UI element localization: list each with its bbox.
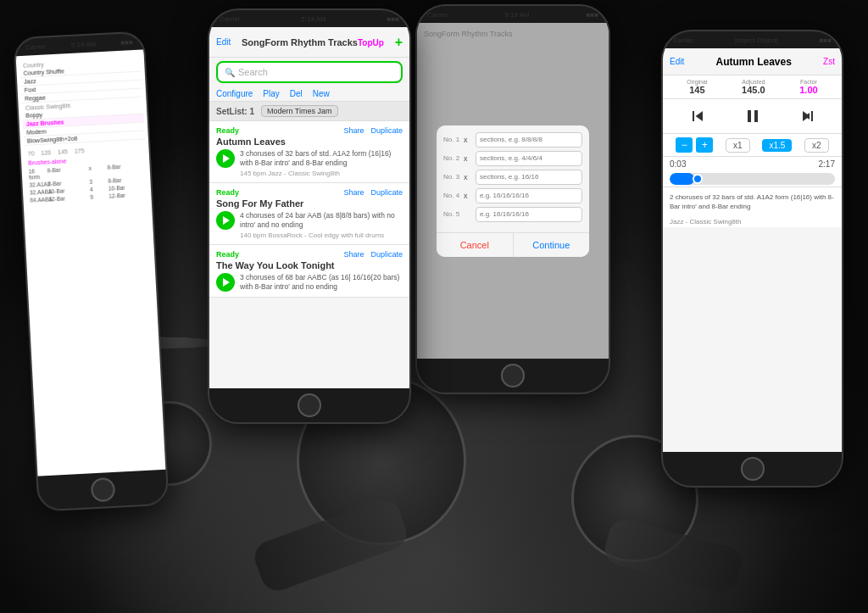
search-bar[interactable]: 🔍 Search <box>216 61 403 83</box>
song-2-actions: Share Duplicate <box>343 188 403 197</box>
player-stat-factor: Factor 1.00 <box>799 79 817 95</box>
dialog-field-1-input[interactable] <box>476 132 582 148</box>
song-3-duplicate-button[interactable]: Duplicate <box>370 250 403 259</box>
dialog-field-4-x: x <box>464 192 472 200</box>
skip-forward-icon <box>796 106 820 126</box>
song-3-title: The Way You Look Tonight <box>216 260 403 270</box>
song-2-header: Ready Share Duplicate <box>216 188 403 197</box>
phone-3-carrier: Carrier <box>427 11 448 19</box>
player-edit-button[interactable]: Edit <box>670 57 684 66</box>
dialog-field-5-input[interactable] <box>476 207 582 222</box>
dialog-field-3-input[interactable] <box>476 170 582 185</box>
player-stat-original: Original 145 <box>687 79 707 95</box>
phone-1: Carrier 5:14 AM ■■■ Country Country Shuf… <box>13 31 169 511</box>
phone-4-battery: ■■■ <box>820 36 832 44</box>
pause-button[interactable] <box>741 106 765 126</box>
new-button[interactable]: New <box>313 89 330 98</box>
song-2-status: Ready <box>216 188 239 197</box>
progress-thumb[interactable] <box>693 174 703 184</box>
player-zap-button[interactable]: Zst <box>823 57 835 66</box>
dialog-field-2-x: x <box>464 154 472 163</box>
dialog-field-2-input[interactable] <box>476 151 582 166</box>
speed-minus-plus: − + <box>676 137 713 153</box>
dialog-field-4-input[interactable] <box>476 188 582 203</box>
player-title: Autumn Leaves <box>715 56 791 68</box>
dialog-field-3-no: No. 3 <box>443 173 460 181</box>
topup-label[interactable]: TopUp <box>358 38 384 47</box>
phone-2-carrier: Carrier <box>220 15 240 23</box>
setlist-tag[interactable]: Modern Times Jam <box>261 105 338 117</box>
phone-1-time: 5:14 AM <box>71 40 97 49</box>
player-stats-row: Original 145 Adjusted 145.0 Factor 1.00 <box>663 75 842 99</box>
speed-x2-button[interactable]: x2 <box>804 138 829 153</box>
phone-4-home-area <box>663 452 842 486</box>
edit-button[interactable]: Edit <box>216 37 231 47</box>
song-1-duplicate-button[interactable]: Duplicate <box>370 126 403 135</box>
phone-4-carrier: Carrier <box>673 36 693 44</box>
song-2-share-button[interactable]: Share <box>343 188 364 197</box>
phone-2-home-btn[interactable] <box>298 393 321 417</box>
player-time-total: 2:17 <box>819 159 835 169</box>
dialog-field-4-no: No. 4 <box>443 192 460 199</box>
setlist-label: SetList: 1 <box>216 107 254 116</box>
player-stat-factor-value: 1.00 <box>799 85 817 95</box>
player-stat-adjusted: Adjusted 145.0 <box>742 79 765 95</box>
dialog-cancel-button[interactable]: Cancel <box>437 233 514 257</box>
song-2-duplicate-button[interactable]: Duplicate <box>370 188 403 197</box>
search-icon: 🔍 <box>225 68 235 77</box>
song-3-play-button[interactable] <box>216 273 235 292</box>
del-button[interactable]: Del <box>290 89 303 98</box>
dialog-field-5-no: No. 5 <box>443 210 460 218</box>
speed-x15-button[interactable]: x1.5 <box>762 139 792 152</box>
song-3-share-button[interactable]: Share <box>343 250 364 259</box>
search-placeholder: Search <box>238 67 268 77</box>
player-nav: Edit Autumn Leaves Zst <box>663 48 842 75</box>
dialog-field-3: No. 3 x <box>443 170 582 185</box>
config-bar: Configure Play Del New <box>209 86 409 102</box>
song-1-share-button[interactable]: Share <box>343 126 364 135</box>
song-2-play-button[interactable] <box>216 211 235 230</box>
phone-2-nav-bar: Edit SongForm Rhythm TracksTopUp + <box>209 27 409 58</box>
speed-x1-button[interactable]: x1 <box>726 138 750 153</box>
dialog-continue-button[interactable]: Continue <box>514 233 590 257</box>
phone-2-status-bar: Carrier 5:14 AM ■■■ <box>209 10 409 27</box>
player-time-current: 0:03 <box>670 159 686 169</box>
song-item-song-for-my-father: Ready Share Duplicate Song For My Father… <box>209 183 409 245</box>
phone-4: Carrier [object Object] ■■■ Edit Autumn … <box>661 30 843 488</box>
phone-1-home-area <box>38 470 168 510</box>
song-3-content: 3 choruses of 68 bar AABC (as 16| 16/16(… <box>216 273 403 292</box>
song-1-actions: Share Duplicate <box>343 126 403 135</box>
add-button[interactable]: + <box>395 35 403 50</box>
song-1-play-button[interactable] <box>216 149 235 168</box>
configure-button[interactable]: Configure <box>216 89 253 98</box>
transport-controls <box>663 99 842 134</box>
song-1-desc: 3 choruses of 32 bars of std. A1A2 form … <box>240 149 403 168</box>
progress-fill <box>670 173 694 185</box>
player-stat-adjusted-label: Adjusted <box>742 79 765 85</box>
phone-3-home-btn[interactable] <box>501 364 525 387</box>
phone-1-list: Country Country Shuffle Jazz Foxt Reggae… <box>19 55 148 204</box>
dialog-fields: No. 1 x No. 2 x No. 3 x <box>437 125 589 232</box>
phone-4-home-btn[interactable] <box>741 457 765 481</box>
phone-2-time: 5:14 AM <box>301 15 326 23</box>
phone-3-time: 9:16 AM <box>504 11 529 19</box>
play-button-config[interactable]: Play <box>263 89 279 98</box>
phone-3-screen: SongForm Rhythm Tracks No. 1 x No. 2 x <box>417 23 609 359</box>
speed-minus-button[interactable]: − <box>676 137 693 153</box>
phone-1-home-btn[interactable] <box>90 477 114 502</box>
song-2-title: Song For My Father <box>216 198 403 209</box>
dialog-box: No. 1 x No. 2 x No. 3 x <box>437 125 589 257</box>
search-container: 🔍 Search <box>209 58 409 86</box>
song-item-autumn-leaves: Ready Share Duplicate Autumn Leaves 3 ch… <box>209 121 409 183</box>
skip-forward-button[interactable] <box>796 106 820 126</box>
song-list: Ready Share Duplicate Autumn Leaves 3 ch… <box>209 121 409 298</box>
song-1-status: Ready <box>216 126 239 135</box>
progress-track[interactable] <box>670 173 835 185</box>
skip-back-button[interactable] <box>686 106 709 126</box>
phone-3-battery: ■■■ <box>587 11 599 19</box>
speed-plus-button[interactable]: + <box>696 137 713 153</box>
player-stat-original-label: Original <box>687 79 707 85</box>
song-1-header: Ready Share Duplicate <box>216 126 403 135</box>
setlist-header: SetList: 1 Modern Times Jam <box>209 102 409 121</box>
song-1-content: 3 choruses of 32 bars of std. A1A2 form … <box>216 149 403 177</box>
